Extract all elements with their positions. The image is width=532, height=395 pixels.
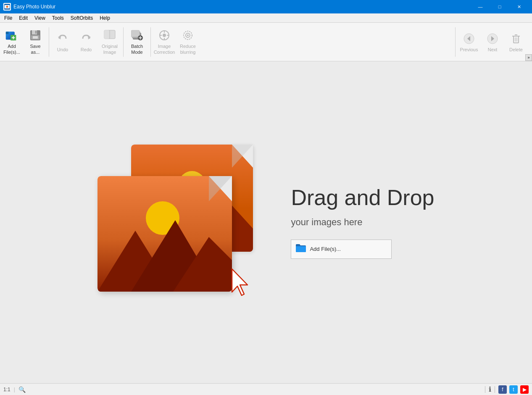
batch-mode-icon [130,29,144,42]
cursor-icon [230,267,253,300]
reduce-blurring-icon [181,29,195,42]
previous-button[interactable]: Previous [457,25,481,59]
status-sep-1 [485,386,485,393]
svg-point-2 [6,6,8,8]
minimize-button[interactable]: — [471,0,490,13]
drag-drop-title: Drag and Drop [291,186,434,210]
svg-rect-38 [514,36,519,43]
next-icon [486,32,499,45]
facebook-icon[interactable]: f [498,385,507,394]
svg-rect-17 [104,30,109,39]
window-controls: — □ ✕ [471,0,529,13]
svg-marker-5 [6,32,9,34]
batch-mode-button[interactable]: BatchMode [125,25,149,59]
delete-button[interactable]: Delete [504,25,528,59]
add-files-drop-button[interactable]: Add File(s)... [291,240,392,259]
zoom-level: 1:1 [3,387,11,392]
twitter-icon[interactable]: t [509,385,518,394]
svg-rect-11 [35,31,37,34]
add-files-label: AddFile(s)... [3,44,20,55]
main-drop-area[interactable]: Drag and Drop your images here Add File(… [0,61,532,383]
menu-edit[interactable]: Edit [16,13,31,22]
save-as-label: Saveas... [30,44,40,55]
toolbar-right: Previous Next D [453,23,528,61]
image-correction-button[interactable]: ImageCorrection [153,25,176,59]
previous-label: Previous [460,47,478,52]
drop-text-section: Drag and Drop your images here Add File(… [291,186,434,258]
save-as-icon [29,29,42,42]
menu-softorbits[interactable]: SoftOrbits [67,13,96,22]
undo-icon [56,32,69,45]
drag-drop-subtitle: your images here [291,217,362,228]
redo-button[interactable]: Redo [74,25,98,59]
fold-corner-back [232,145,253,168]
delete-icon [509,32,523,45]
add-files-drop-label: Add File(s)... [310,246,341,252]
undo-button[interactable]: Undo [51,25,74,59]
menu-help[interactable]: Help [96,13,113,22]
separator-3 [150,27,151,57]
app-title: Easy Photo Unblur [13,4,471,10]
drop-zone-content: Drag and Drop your images here Add File(… [97,145,434,300]
menu-tools[interactable]: Tools [49,13,67,22]
batch-mode-label: BatchMode [131,44,143,55]
photo-front-card [97,176,232,292]
svg-rect-21 [131,30,140,37]
info-icon[interactable]: ℹ [489,385,491,393]
menu-bar: File Edit View Tools SoftOrbits Help [0,13,532,23]
previous-icon [462,32,476,45]
delete-label: Delete [509,47,523,52]
redo-icon [79,32,93,45]
fold-corner-front [209,176,232,201]
status-sep-2 [495,386,495,393]
reduce-blurring-button[interactable]: Reduceblurring [176,25,200,59]
svg-point-33 [187,34,189,36]
status-left: 1:1 | 🔍 [3,386,484,393]
save-as-button[interactable]: Saveas... [24,25,47,59]
zoom-separator: | [14,387,15,392]
redo-label: Redo [81,47,92,52]
image-correction-icon [158,29,171,42]
menu-view[interactable]: View [31,13,49,22]
zoom-icon: 🔍 [18,386,26,393]
add-files-icon [5,29,18,42]
svg-rect-13 [33,36,38,39]
original-image-icon [103,29,116,42]
status-right: ℹ f t ▶ [484,385,529,394]
app-icon [3,3,11,11]
image-correction-label: ImageCorrection [154,44,175,55]
original-image-label: OriginalImage [102,44,118,55]
separator-right [455,27,456,57]
separator-1 [49,27,49,57]
folder-icon [295,243,306,255]
separator-2 [123,27,124,57]
menu-file[interactable]: File [1,13,16,22]
status-bar: 1:1 | 🔍 ℹ f t ▶ [0,383,532,395]
next-label: Next [488,47,498,52]
toolbar: AddFile(s)... Saveas... Undo [0,23,532,61]
maximize-button[interactable]: □ [490,0,509,13]
svg-point-30 [163,34,166,37]
title-bar: Easy Photo Unblur — □ ✕ [0,0,532,13]
original-image-button[interactable]: OriginalImage [98,25,121,59]
photo-illustration [97,145,266,300]
close-button[interactable]: ✕ [509,0,529,13]
next-button[interactable]: Next [481,25,504,59]
undo-label: Undo [57,47,68,52]
reduce-blurring-label: Reduceblurring [180,44,196,55]
add-files-button[interactable]: AddFile(s)... [0,25,24,59]
youtube-icon[interactable]: ▶ [520,385,529,394]
svg-marker-53 [232,269,248,295]
